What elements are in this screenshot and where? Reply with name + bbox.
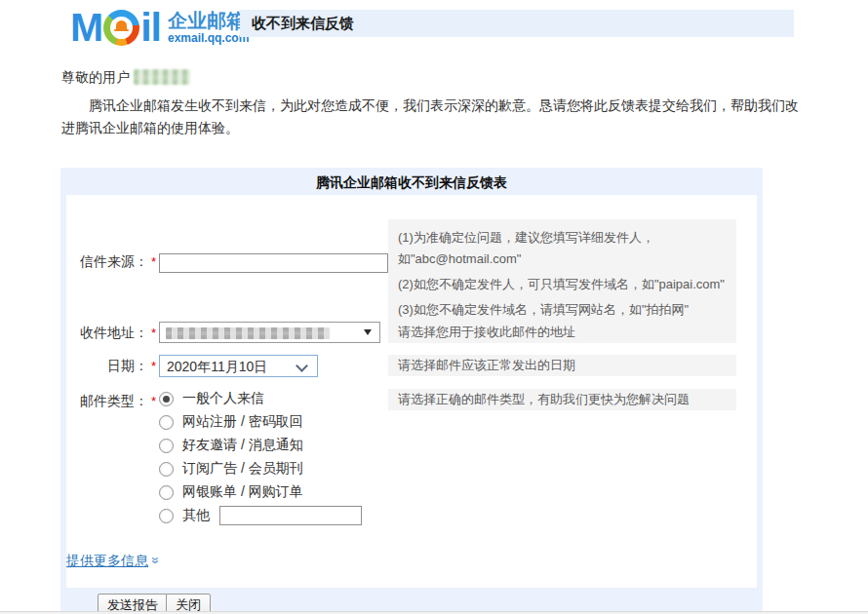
logo-letters-il: il <box>140 6 161 49</box>
form-body: 信件来源：* (1)为准确定位问题，建议您填写详细发件人，如"abc@hotma… <box>66 195 757 588</box>
page-title: 收不到来信反馈 <box>252 15 354 33</box>
redacted-recipient-value <box>166 327 330 339</box>
radio-button[interactable] <box>159 485 174 500</box>
required-asterisk: * <box>151 254 156 269</box>
recipient-label: 收件地址：* <box>66 325 156 342</box>
required-asterisk: * <box>151 359 156 373</box>
greeting-line: 尊敬的用户 <box>61 69 190 87</box>
radio-button[interactable] <box>159 439 174 453</box>
logo-domain: exmail.qq.com <box>168 31 249 45</box>
page-title-bar: 收不到来信反馈 <box>240 10 794 37</box>
required-asterisk: * <box>151 326 156 340</box>
radio-option[interactable]: 网站注册 / 密码取回 <box>159 410 362 434</box>
radio-option-other[interactable]: 其他 <box>159 504 362 527</box>
feedback-page: M il 企业邮箱 exmail.qq.com 收不到来信反馈 尊敬的用户 腾讯… <box>0 0 868 614</box>
greeting-text: 尊敬的用户 <box>61 69 130 85</box>
recipient-hint: 请选择您用于接收此邮件的地址 <box>388 322 736 343</box>
radio-button[interactable] <box>159 392 174 406</box>
recipient-select[interactable] <box>159 322 380 343</box>
date-value: 2020年11月10日 <box>167 359 267 376</box>
date-select[interactable]: 2020年11月10日 <box>159 355 318 377</box>
radio-option[interactable]: 一般个人来信 <box>159 387 362 410</box>
logo-product-name: 企业邮箱 <box>168 10 249 31</box>
radio-button[interactable] <box>159 415 174 430</box>
redacted-username <box>134 69 190 85</box>
date-label: 日期：* <box>66 358 156 375</box>
radio-option[interactable]: 好友邀请 / 消息通知 <box>159 434 362 457</box>
mail-type-radio-group: 一般个人来信 网站注册 / 密码取回 好友邀请 / 消息通知 订阅广告 / 会员… <box>159 387 362 527</box>
source-hints-box: (1)为准确定位问题，建议您填写详细发件人，如"abc@hotmail.com"… <box>388 219 736 328</box>
source-input[interactable] <box>159 253 388 273</box>
radio-option[interactable]: 网银账单 / 网购订单 <box>159 480 362 504</box>
radio-button[interactable] <box>159 509 174 523</box>
bell-icon <box>116 20 127 30</box>
form-title: 腾讯企业邮箱收不到来信反馈表 <box>60 168 763 195</box>
logo-ring-icon <box>103 10 139 46</box>
date-hint: 请选择邮件应该正常发出的日期 <box>388 355 736 376</box>
hint-item: (2)如您不确定发件人，可只填写发件域名，如"paipai.com" <box>398 274 727 295</box>
chevron-down-icon <box>296 360 308 372</box>
other-type-input[interactable] <box>219 506 362 525</box>
intro-paragraph: 腾讯企业邮箱发生收不到来信，为此对您造成不便，我们表示深深的歉意。恳请您将此反馈… <box>61 95 809 139</box>
mail-type-label: 邮件类型：* <box>66 393 156 410</box>
logo-letter-m: M <box>70 6 102 49</box>
mail-type-hint: 请选择正确的邮件类型，有助我们更快为您解决问题 <box>388 389 736 410</box>
feedback-form-panel: 腾讯企业邮箱收不到来信反馈表 信件来源：* (1)为准确定位问题，建议您填写详细… <box>60 168 763 614</box>
exmail-logo: M il 企业邮箱 exmail.qq.com <box>70 5 249 50</box>
required-asterisk: * <box>151 394 156 408</box>
dropdown-arrow-icon <box>364 329 372 335</box>
hint-item: (1)为准确定位问题，建议您填写详细发件人，如"abc@hotmail.com" <box>398 227 727 270</box>
double-chevron-down-icon: » <box>148 556 164 564</box>
hint-item: (3)如您不确定发件域名，请填写网站名，如"拍拍网" <box>398 299 727 321</box>
logo-captions: 企业邮箱 exmail.qq.com <box>168 10 249 45</box>
source-label: 信件来源：* <box>66 253 156 271</box>
more-info-link[interactable]: 提供更多信息» <box>66 553 160 570</box>
radio-button[interactable] <box>159 462 174 477</box>
radio-option[interactable]: 订阅广告 / 会员期刊 <box>159 457 362 480</box>
